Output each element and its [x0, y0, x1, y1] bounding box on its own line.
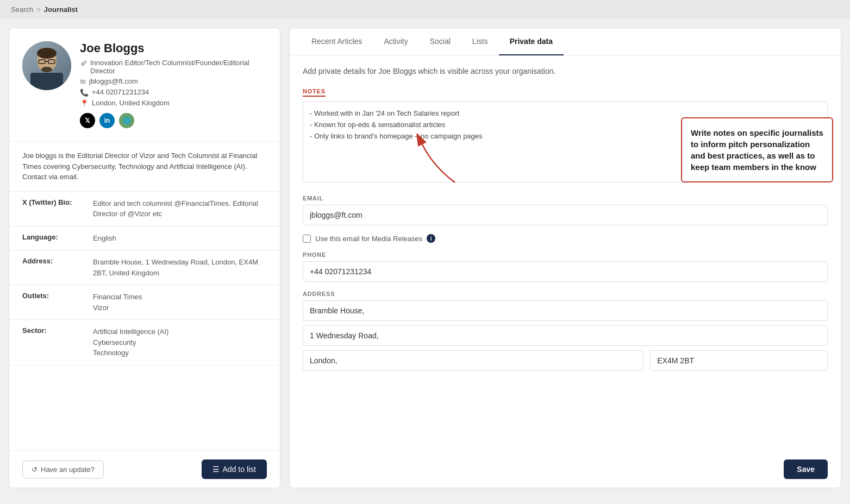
twitter-icon[interactable]: 𝕏: [80, 113, 95, 128]
address-line1-input[interactable]: [303, 300, 828, 321]
detail-row-language: Language: English: [9, 226, 280, 251]
profile-location: 📍 London, United Kingdom: [80, 99, 267, 108]
detail-row-sector: Sector: Artificial Intelligence (AI) Cyb…: [9, 320, 280, 366]
email-field-label: EMAIL: [303, 195, 828, 201]
media-releases-checkbox[interactable]: [303, 235, 311, 243]
update-icon: ↺: [32, 465, 38, 474]
breadcrumb-search[interactable]: Search: [11, 5, 33, 14]
breadcrumb: Search > Journalist: [0, 0, 850, 19]
list-icon: ☰: [212, 465, 220, 474]
detail-row-outlets: Outlets: Financial Times Vizor: [9, 285, 280, 320]
profile-email: ✉ jbloggs@ft.com: [80, 77, 267, 86]
social-icons: 𝕏 in 🌐: [80, 113, 267, 128]
profile-phone: 📞 +44 02071231234: [80, 88, 267, 97]
email-icon: ✉: [80, 78, 86, 86]
detail-row-address: Address: Bramble House, 1 Wednesday Road…: [9, 250, 280, 285]
tab-private-data[interactable]: Private data: [499, 28, 564, 55]
address-city-input[interactable]: [303, 350, 643, 371]
info-icon[interactable]: i: [427, 234, 435, 243]
profile-name: Joe Bloggs: [80, 41, 267, 55]
address-row: [303, 350, 828, 371]
details-table: X (Twitter) Bio: Editor and tech columni…: [9, 192, 280, 451]
profile-header: Joe Bloggs 🗞 Innovation Editor/Tech Colu…: [9, 28, 280, 142]
address-value: Bramble House, 1 Wednesday Road, London,…: [93, 257, 267, 278]
checkbox-row: Use this email for Media Releases i: [303, 234, 828, 243]
address-postcode-input[interactable]: [650, 350, 828, 371]
detail-row-twitter: X (Twitter) Bio: Editor and tech columni…: [9, 192, 280, 226]
svg-point-8: [41, 67, 52, 72]
language-label: Language:: [22, 233, 93, 244]
notes-wrapper: - Worked with in Jan '24 on Tech Salarie…: [303, 101, 828, 184]
phone-field-label: PHONE: [303, 251, 828, 258]
location-icon: 📍: [80, 99, 89, 108]
sector-label: Sector:: [22, 326, 93, 358]
twitter-bio-value: Editor and tech columnist @FinancialTime…: [93, 198, 267, 219]
notes-label: NOTES: [303, 88, 326, 97]
address-field-label: ADDRESS: [303, 291, 828, 297]
linkedin-icon[interactable]: in: [99, 113, 115, 128]
phone-section: PHONE: [303, 251, 828, 282]
breadcrumb-current: Journalist: [44, 5, 78, 14]
right-content: Add private details for Joe Bloggs which…: [290, 56, 841, 488]
outlets-value: Financial Times Vizor: [93, 292, 142, 313]
tab-recent-articles[interactable]: Recent Articles: [301, 28, 373, 55]
outlets-label: Outlets:: [22, 292, 93, 313]
add-to-list-button[interactable]: ☰ Add to list: [202, 459, 267, 479]
right-panel: Recent Articles Activity Social Lists Pr…: [289, 28, 841, 488]
web-icon[interactable]: 🌐: [119, 113, 134, 128]
phone-input[interactable]: [303, 261, 828, 282]
add-to-list-label: Add to list: [223, 465, 256, 474]
profile-role: 🗞 Innovation Editor/Tech Columnist/Found…: [80, 59, 267, 75]
email-section: EMAIL: [303, 195, 828, 225]
tabs-bar: Recent Articles Activity Social Lists Pr…: [290, 28, 841, 56]
language-value: English: [93, 233, 116, 244]
checkbox-label: Use this email for Media Releases: [315, 235, 422, 243]
breadcrumb-separator: >: [36, 5, 41, 14]
email-input[interactable]: [303, 205, 828, 225]
tab-activity[interactable]: Activity: [373, 28, 418, 55]
private-data-description: Add private details for Joe Bloggs which…: [303, 67, 828, 75]
address-label: Address:: [22, 257, 93, 278]
panel-footer: ↺ Have an update? ☰ Add to list: [9, 450, 280, 488]
tab-lists[interactable]: Lists: [461, 28, 499, 55]
avatar: [22, 41, 71, 90]
update-button[interactable]: ↺ Have an update?: [22, 461, 104, 478]
tab-social[interactable]: Social: [419, 28, 461, 55]
left-panel: Joe Bloggs 🗞 Innovation Editor/Tech Colu…: [9, 28, 280, 488]
save-button[interactable]: Save: [784, 459, 828, 479]
phone-icon: 📞: [80, 89, 89, 97]
svg-rect-2: [30, 73, 63, 90]
role-icon: 🗞: [80, 59, 87, 67]
address-section: ADDRESS: [303, 291, 828, 371]
bio-section: Joe bloggs is the Editorial Director of …: [9, 142, 280, 192]
update-label: Have an update?: [41, 465, 95, 474]
notes-textarea[interactable]: - Worked with in Jan '24 on Tech Salarie…: [303, 101, 828, 182]
notes-section: NOTES - Worked with in Jan '24 on Tech S…: [303, 86, 828, 184]
sector-value: Artificial Intelligence (AI) Cybersecuri…: [93, 326, 168, 358]
twitter-bio-label: X (Twitter) Bio:: [22, 198, 93, 219]
address-line2-input[interactable]: [303, 325, 828, 346]
main-layout: Joe Bloggs 🗞 Innovation Editor/Tech Colu…: [0, 19, 850, 497]
svg-point-4: [37, 48, 57, 59]
profile-info: Joe Bloggs 🗞 Innovation Editor/Tech Colu…: [80, 41, 267, 128]
